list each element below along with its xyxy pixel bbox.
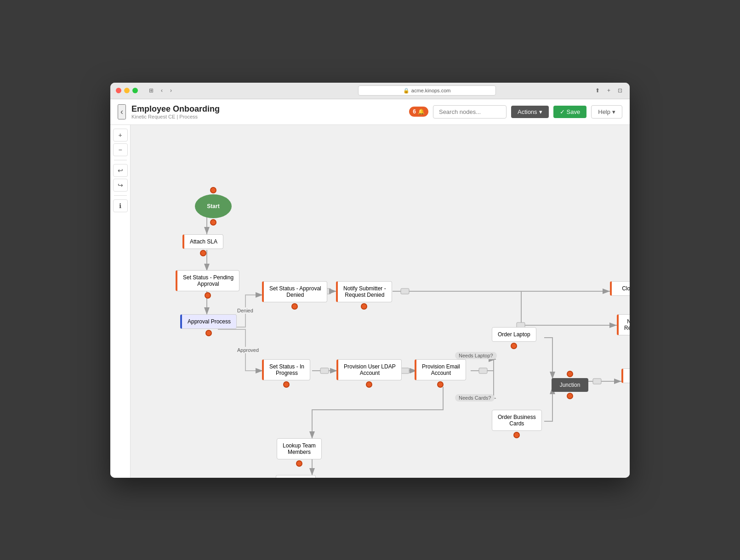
title-section: Employee Onboarding Kinetic Request CE |… <box>131 104 404 119</box>
node-start[interactable]: Start <box>195 187 232 226</box>
connector-bottom[interactable] <box>291 303 298 310</box>
page-subtitle: Kinetic Request CE | Process <box>131 114 404 119</box>
close-window-btn[interactable] <box>116 88 121 93</box>
notify-submitter-box[interactable]: Notify Submitter -Request Denied <box>336 281 392 302</box>
node-set-status-denied[interactable]: Set Status - ApprovalDenied <box>262 281 327 310</box>
help-button[interactable]: Help ▾ <box>591 105 622 119</box>
connector-bottom[interactable] <box>205 330 212 336</box>
bell-icon: 🔔 <box>418 108 425 115</box>
connector-bottom[interactable] <box>200 250 206 256</box>
node-set-status-progress[interactable]: Set Status - InProgress <box>262 359 310 388</box>
connector-top[interactable] <box>210 187 216 193</box>
save-label: Save <box>567 108 581 115</box>
approval-process-box[interactable]: Approval Process <box>180 314 237 329</box>
sidebar-divider-2 <box>114 195 127 196</box>
connector-bottom[interactable] <box>567 393 573 399</box>
search-input[interactable] <box>433 105 507 119</box>
order-biz-cards-box[interactable]: Order BusinessCards <box>492 410 542 431</box>
chevron-down-icon: ▾ <box>539 108 542 115</box>
connector-bottom[interactable] <box>513 432 520 438</box>
needs-cards-label: Needs Cards? <box>455 394 495 402</box>
plus-icon: + <box>118 131 122 139</box>
node-provision-ldap[interactable]: Provision User LDAPAccount <box>336 359 402 388</box>
undo-button[interactable]: ↩ <box>113 164 128 177</box>
connector-top[interactable] <box>567 371 573 377</box>
node-order-biz-cards[interactable]: Order BusinessCards <box>492 410 542 438</box>
notification-count: 6 <box>413 108 416 115</box>
junction-box[interactable]: Junction <box>552 378 588 392</box>
info-button[interactable]: ℹ <box>113 199 128 212</box>
maximize-window-btn[interactable] <box>132 88 138 93</box>
extensions-icon[interactable]: ⊡ <box>616 86 624 95</box>
chevron-down-icon: ▾ <box>612 108 615 115</box>
set-status-denied-box[interactable]: Set Status - ApprovalDenied <box>262 281 327 302</box>
iterate-members-box[interactable]: Iterate overMembers <box>276 475 316 478</box>
connector-bottom[interactable] <box>296 460 302 467</box>
provision-email-box[interactable]: Provision EmailAccount <box>415 359 466 380</box>
svg-rect-9 <box>401 288 409 294</box>
node-status[interactable]: Status - <box>621 368 630 383</box>
new-tab-icon[interactable]: + <box>605 86 612 95</box>
connector-bottom[interactable] <box>205 292 211 299</box>
lookup-team-box[interactable]: Lookup TeamMembers <box>277 438 322 459</box>
zoom-out-button[interactable]: − <box>113 143 128 156</box>
connector-bottom[interactable] <box>361 303 367 310</box>
info-icon: ℹ <box>119 202 121 209</box>
header-right: 6 🔔 Actions ▾ ✓ Save Help ▾ <box>409 105 622 119</box>
set-status-progress-box[interactable]: Set Status - InProgress <box>262 359 310 380</box>
back-button[interactable]: ‹ <box>118 104 126 119</box>
sidebar: + − ↩ ↪ ℹ <box>110 125 131 478</box>
connector-bottom[interactable] <box>437 381 444 388</box>
checkmark-icon: ✓ <box>560 108 565 115</box>
svg-rect-19 <box>401 368 409 373</box>
connector-bottom[interactable] <box>283 381 290 388</box>
node-approval-process[interactable]: Approval Process <box>180 314 237 336</box>
connector-bottom[interactable] <box>366 381 372 388</box>
node-attach-sla[interactable]: Attach SLA <box>182 234 223 256</box>
node-lookup-team[interactable]: Lookup TeamMembers <box>277 438 322 467</box>
node-junction[interactable]: Junction <box>552 371 588 399</box>
status-box[interactable]: Status - <box>621 368 630 383</box>
back-nav-icon[interactable]: ‹ <box>159 86 165 95</box>
titlebar: ⊞ ‹ › 🔒 acme.kinops.com ⬆ + ⊡ <box>110 83 630 99</box>
connector-bottom[interactable] <box>511 343 517 349</box>
traffic-lights <box>116 88 138 93</box>
provision-ldap-box[interactable]: Provision User LDAPAccount <box>336 359 402 380</box>
node-order-laptop[interactable]: Order Laptop <box>492 327 536 349</box>
attach-sla-box[interactable]: Attach SLA <box>182 234 223 249</box>
node-notify-submitter[interactable]: Notify Submitter -Request Denied <box>336 281 392 310</box>
needs-laptop-label: Needs Laptop? <box>455 352 497 359</box>
titlebar-nav: ⊞ ‹ › <box>147 86 174 95</box>
node-close[interactable]: Close <box>610 281 630 296</box>
page-title: Employee Onboarding <box>131 104 404 114</box>
titlebar-actions: ⬆ + ⊡ <box>593 86 624 95</box>
share-icon[interactable]: ⬆ <box>593 86 602 95</box>
redo-icon: ↪ <box>118 181 123 189</box>
address-bar[interactable]: 🔒 acme.kinops.com <box>358 85 496 96</box>
redo-button[interactable]: ↪ <box>113 179 128 192</box>
zoom-in-button[interactable]: + <box>113 129 128 141</box>
node-iterate-members[interactable]: Iterate overMembers <box>276 475 316 478</box>
notify-s-request-box[interactable]: Notify SRequest... <box>617 314 630 335</box>
close-box[interactable]: Close <box>610 281 630 296</box>
connector-bottom[interactable] <box>210 219 216 226</box>
start-node-box[interactable]: Start <box>195 194 232 218</box>
node-notify-s-request[interactable]: Notify SRequest... <box>617 314 630 335</box>
actions-button[interactable]: Actions ▾ <box>511 106 549 118</box>
undo-icon: ↩ <box>118 167 123 174</box>
minimize-window-btn[interactable] <box>124 88 130 93</box>
denied-label: Denied <box>235 307 255 314</box>
forward-nav-icon[interactable]: › <box>168 86 174 95</box>
node-provision-email[interactable]: Provision EmailAccount <box>415 359 466 388</box>
set-status-pending-box[interactable]: Set Status - PendingApproval <box>176 270 239 291</box>
save-button[interactable]: ✓ Save <box>553 106 587 118</box>
order-laptop-box[interactable]: Order Laptop <box>492 327 536 342</box>
sidebar-toggle-icon[interactable]: ⊞ <box>147 86 155 95</box>
app-header: ‹ Employee Onboarding Kinetic Request CE… <box>110 99 630 125</box>
svg-rect-16 <box>320 368 329 373</box>
approved-label: Approved <box>235 347 261 353</box>
minus-icon: − <box>118 146 122 153</box>
notification-badge[interactable]: 6 🔔 <box>409 107 428 117</box>
sidebar-divider <box>114 160 127 160</box>
node-set-status-pending[interactable]: Set Status - PendingApproval <box>176 270 239 299</box>
